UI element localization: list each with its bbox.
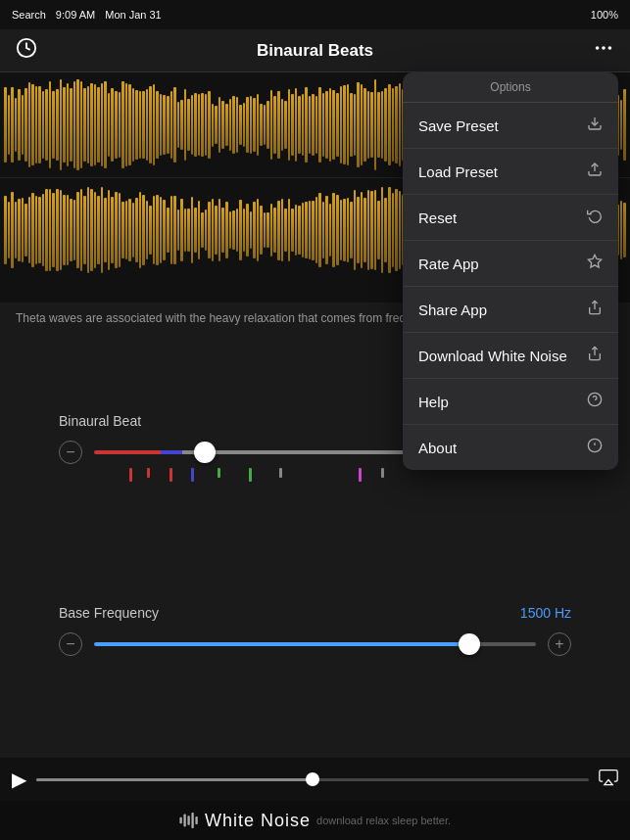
svg-point-1	[603, 47, 605, 49]
battery-label: 100%	[591, 9, 618, 21]
binaural-minus-button[interactable]: −	[59, 441, 82, 464]
option-save-preset[interactable]: Save Preset	[403, 103, 618, 149]
play-button[interactable]: ▶	[12, 768, 26, 791]
options-menu-header: Options	[403, 72, 618, 103]
svg-rect-5	[179, 817, 181, 823]
svg-point-2	[609, 47, 611, 49]
base-value: 1500 Hz	[520, 605, 571, 621]
svg-rect-9	[195, 817, 197, 824]
progress-thumb[interactable]	[306, 772, 319, 786]
brand-tagline: download relax sleep better.	[316, 815, 451, 826]
clock-icon[interactable]	[16, 37, 37, 65]
svg-rect-8	[191, 813, 193, 828]
base-slider-track[interactable]	[94, 642, 536, 646]
progress-track[interactable]	[36, 778, 589, 781]
save-preset-label: Save Preset	[418, 117, 499, 134]
option-reset[interactable]: Reset	[403, 195, 618, 241]
date-label: Mon Jan 31	[105, 9, 161, 21]
option-download-white-noise[interactable]: Download White Noise	[403, 333, 618, 379]
base-slider-thumb[interactable]	[459, 633, 480, 655]
base-slider-row: − +	[59, 632, 571, 656]
about-label: About	[418, 440, 457, 456]
page-title: Binaural Beats	[257, 41, 373, 61]
status-left: Search 9:09 AM Mon Jan 31	[12, 9, 162, 21]
option-about[interactable]: About	[403, 425, 618, 470]
share-app-label: Share App	[418, 302, 487, 318]
download-wn-icon	[587, 346, 603, 365]
option-load-preset[interactable]: Load Preset	[403, 149, 618, 195]
rate-app-label: Rate App	[418, 256, 479, 272]
share-icon	[587, 300, 603, 319]
download-wn-label: Download White Noise	[418, 348, 567, 364]
load-preset-icon	[587, 162, 603, 181]
search-label: Search	[12, 9, 46, 21]
waveform-icon	[179, 813, 199, 828]
help-label: Help	[418, 394, 449, 410]
base-plus-button[interactable]: +	[548, 632, 571, 656]
option-help[interactable]: Help	[403, 379, 618, 425]
reset-icon	[587, 208, 603, 227]
time-label: 9:09 AM	[56, 9, 95, 21]
base-label: Base Frequency	[59, 605, 159, 621]
svg-marker-12	[588, 255, 601, 267]
binaural-ticks	[59, 468, 571, 488]
star-icon	[587, 254, 603, 273]
save-preset-icon	[587, 116, 603, 135]
base-minus-button[interactable]: −	[59, 632, 82, 656]
app-header: Binaural Beats	[0, 29, 630, 72]
option-rate-app[interactable]: Rate App	[403, 241, 618, 287]
base-frequency-section: Base Frequency 1500 Hz − +	[0, 585, 630, 676]
options-menu-icon[interactable]	[593, 37, 614, 65]
svg-point-3	[597, 47, 599, 49]
status-bar: Search 9:09 AM Mon Jan 31 100%	[0, 0, 630, 29]
reset-label: Reset	[418, 210, 457, 226]
footer-brand: White Noise download relax sleep better.	[0, 801, 630, 840]
playbar: ▶	[0, 758, 630, 801]
about-icon	[587, 438, 603, 457]
base-header: Base Frequency 1500 Hz	[59, 605, 571, 621]
binaural-slider-thumb[interactable]	[194, 442, 216, 463]
svg-rect-7	[187, 816, 189, 825]
progress-fill	[36, 778, 313, 781]
airplay-button[interactable]	[599, 768, 618, 792]
binaural-label: Binaural Beat	[59, 413, 141, 429]
svg-marker-4	[605, 779, 612, 784]
load-preset-label: Load Preset	[418, 163, 498, 180]
options-menu: Options Save Preset Load Preset Reset Ra…	[403, 72, 618, 470]
option-share-app[interactable]: Share App	[403, 287, 618, 333]
brand-name: White Noise	[205, 811, 311, 831]
help-icon	[587, 392, 603, 411]
svg-rect-6	[183, 815, 185, 827]
